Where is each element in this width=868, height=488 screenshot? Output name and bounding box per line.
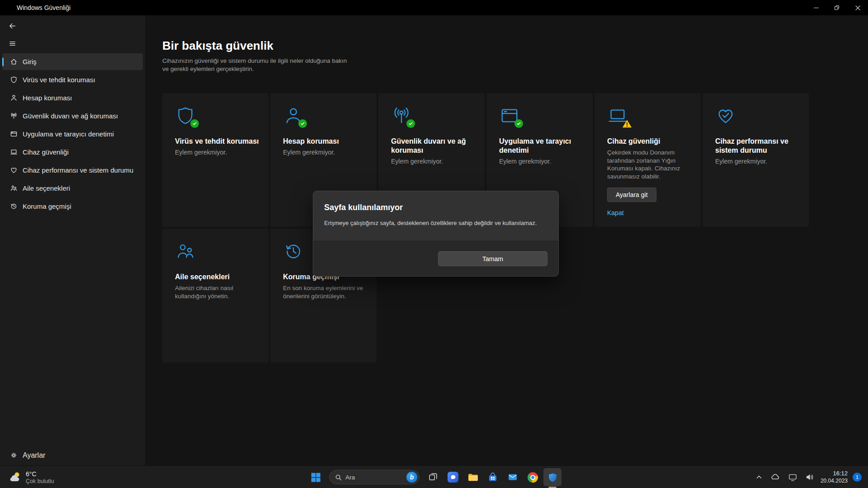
status-ok-icon — [298, 119, 307, 128]
search-icon — [335, 474, 342, 481]
weather-text: 6°C Çok bulutlu — [26, 470, 54, 484]
sidebar-item-account-protection[interactable]: Hesap koruması — [2, 89, 143, 106]
chat-button[interactable] — [444, 468, 462, 486]
weather-condition: Çok bulutlu — [26, 478, 54, 484]
weather-temperature: 6°C — [26, 470, 54, 478]
chrome-button[interactable] — [524, 468, 542, 486]
sidebar-item-label: Güvenlik duvarı ve ağ koruması — [23, 112, 118, 120]
tile-icon-wrap — [391, 105, 412, 126]
network-button[interactable] — [787, 471, 799, 483]
sidebar-item-performance[interactable]: Cihaz performansı ve sistem durumu — [2, 162, 143, 178]
clock[interactable]: 16:12 20.04.2023 — [821, 470, 848, 484]
cloud-icon — [770, 472, 780, 482]
go-to-settings-button[interactable]: Ayarlara git — [607, 188, 656, 202]
tile-status: Eylem gerekmiyor. — [499, 158, 585, 165]
titlebar: Windows Güvenliği — [0, 0, 868, 15]
hamburger-icon — [9, 40, 16, 47]
dialog-body-text: Erişmeye çalıştığınız sayfa, desteklenen… — [324, 219, 547, 227]
windows-security-shield-icon — [547, 472, 558, 483]
chat-icon — [448, 472, 458, 483]
sidebar-item-label: Aile seçenekleri — [23, 184, 70, 192]
sidebar-item-label: Giriş — [23, 58, 37, 66]
shield-icon — [10, 76, 18, 84]
tile-description: Ailenizi cihazları nasıl kullandığını yö… — [175, 284, 257, 300]
restore-button[interactable] — [826, 0, 847, 15]
page-unavailable-dialog: Sayfa kullanılamıyor Erişmeye çalıştığın… — [313, 191, 559, 277]
tile-performance[interactable]: Cihaz performansı ve sistem durumu Eylem… — [703, 93, 809, 227]
sidebar: Giriş Virüs ve tehdit koruması Hesap kor… — [0, 15, 145, 465]
tile-virus-threat[interactable]: Virüs ve tehdit koruması Eylem gerekmiyo… — [162, 93, 269, 227]
tile-status: Eylem gerekmiyor. — [391, 158, 476, 165]
mail-button[interactable] — [504, 468, 522, 486]
start-button[interactable] — [307, 468, 325, 486]
window-controls — [806, 0, 868, 15]
tile-status: Eylem gerekmiyor. — [715, 158, 801, 165]
chrome-icon — [528, 472, 538, 483]
close-button[interactable] — [847, 0, 868, 15]
page-title: Bir bakışta güvenlik — [162, 38, 868, 53]
sidebar-item-protection-history[interactable]: Koruma geçmişi — [2, 198, 143, 215]
sidebar-item-label: Hesap koruması — [23, 94, 72, 102]
tile-title: Aile seçenekleri — [175, 272, 260, 282]
store-icon — [487, 472, 498, 483]
volume-button[interactable] — [804, 471, 816, 483]
minimize-icon — [814, 5, 819, 10]
sidebar-item-app-browser[interactable]: Uygulama ve tarayıcı denetimi — [2, 126, 143, 142]
family-icon — [10, 184, 18, 192]
sidebar-item-firewall[interactable]: Güvenlik duvarı ve ağ koruması — [2, 108, 143, 124]
dismiss-link[interactable]: Kapat — [607, 209, 693, 216]
status-warning-icon — [622, 119, 632, 129]
page-subtitle: Cihazınızın güvenliği ve sistem durumu i… — [162, 57, 352, 73]
sidebar-item-label: Koruma geçmişi — [23, 202, 71, 210]
windows-security-app-button[interactable] — [543, 468, 561, 486]
notification-count-badge[interactable]: 1 — [853, 473, 862, 482]
weather-icon — [8, 470, 22, 484]
sidebar-item-label: Cihaz güvenliği — [23, 148, 69, 156]
minimize-button[interactable] — [806, 0, 826, 15]
gear-icon — [10, 451, 18, 459]
home-icon — [10, 58, 18, 66]
laptop-icon — [10, 148, 18, 156]
app-window-icon — [10, 130, 18, 138]
tray-overflow-button[interactable] — [754, 472, 764, 482]
firewall-network-icon — [10, 112, 18, 120]
network-display-icon — [788, 473, 797, 482]
task-view-button[interactable] — [424, 468, 442, 486]
sidebar-item-settings[interactable]: Ayarlar — [2, 447, 143, 464]
speaker-icon — [805, 473, 814, 482]
widgets-weather-button[interactable]: 6°C Çok bulutlu — [5, 466, 58, 488]
back-button[interactable] — [5, 19, 20, 33]
windows-logo-icon — [310, 472, 321, 483]
chevron-up-icon — [755, 474, 763, 481]
tile-device-security[interactable]: Cihaz güvenliği Çekirdek modu Donanım ta… — [594, 93, 701, 227]
ok-button[interactable]: Tamam — [438, 251, 547, 266]
dialog-title: Sayfa kullanılamıyor — [324, 203, 547, 212]
onedrive-button[interactable] — [769, 471, 782, 483]
taskbar-search[interactable]: b — [329, 470, 420, 484]
microsoft-store-button[interactable] — [484, 468, 502, 486]
sidebar-item-virus-threat[interactable]: Virüs ve tehdit koruması — [2, 71, 143, 88]
tray-date: 20.04.2023 — [821, 478, 848, 484]
tile-family-options[interactable]: Aile seçenekleri Ailenizi cihazları nası… — [162, 229, 269, 362]
sidebar-item-home[interactable]: Giriş — [2, 53, 143, 70]
hamburger-menu-button[interactable] — [5, 36, 20, 51]
status-ok-icon — [190, 119, 199, 128]
search-input[interactable] — [345, 474, 406, 481]
status-ok-icon — [406, 119, 415, 128]
sidebar-item-family[interactable]: Aile seçenekleri — [2, 180, 143, 197]
tray-time: 16:12 — [833, 470, 848, 477]
folder-icon — [467, 472, 479, 483]
file-explorer-button[interactable] — [464, 468, 482, 486]
sidebar-item-label: Cihaz performansı ve sistem durumu — [23, 166, 133, 174]
tile-icon-wrap — [499, 105, 520, 126]
history-clock-icon — [10, 202, 18, 210]
search-highlights-icon[interactable]: b — [406, 472, 417, 483]
tile-status: Eylem gerekmiyor. — [175, 149, 260, 156]
taskbar: 6°C Çok bulutlu b — [0, 465, 868, 488]
sidebar-item-label: Uygulama ve tarayıcı denetimi — [23, 130, 114, 138]
sidebar-item-device-security[interactable]: Cihaz güvenliği — [2, 144, 143, 160]
sidebar-item-label: Virüs ve tehdit koruması — [23, 76, 95, 84]
tile-title: Cihaz performansı ve sistem durumu — [715, 137, 801, 155]
task-view-icon — [428, 472, 438, 482]
tile-status: Eylem gerekmiyor. — [283, 149, 368, 156]
